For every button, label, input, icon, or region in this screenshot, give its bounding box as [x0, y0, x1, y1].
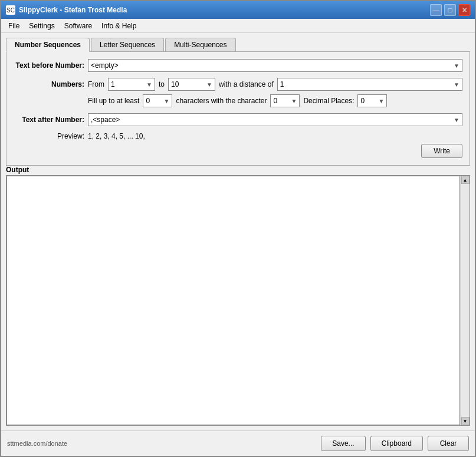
numbers-label: Numbers:	[14, 80, 84, 88]
scroll-up-button[interactable]: ▲	[461, 176, 470, 184]
fill-dropdown-icon: ▼	[163, 98, 169, 104]
tab-multi-sequences[interactable]: Multi-Sequences	[165, 38, 235, 51]
output-section: Output ▲ ▼	[6, 166, 470, 426]
tab-number-sequences[interactable]: Number Sequences	[6, 38, 90, 52]
fill-combo[interactable]: 0 ▼	[143, 94, 172, 107]
decimal-label: Decimal Places:	[303, 97, 354, 105]
decimal-combo[interactable]: 0 ▼	[357, 94, 387, 107]
text-after-combo[interactable]: ,<space> ▼	[88, 113, 462, 126]
text-after-label: Text after Number:	[14, 116, 84, 124]
text-after-dropdown-icon: ▼	[454, 117, 459, 123]
char-dropdown-icon: ▼	[291, 98, 297, 104]
text-before-number-combo[interactable]: <empty> ▼	[88, 59, 462, 72]
fill-value: 0	[146, 97, 150, 105]
text-before-label: Text before Number:	[14, 61, 84, 70]
menu-file[interactable]: File	[4, 21, 24, 31]
tab-letter-sequences[interactable]: Letter Sequences	[91, 38, 164, 51]
distance-label: with a distance of	[219, 80, 274, 88]
distance-combo[interactable]: 1 ▼	[277, 78, 462, 91]
tab-bar: Number Sequences Letter Sequences Multi-…	[1, 33, 475, 51]
char-value: 0	[273, 97, 277, 105]
output-textarea[interactable]	[6, 176, 460, 425]
preview-value: 1, 2, 3, 4, 5, ... 10,	[88, 132, 145, 140]
write-button[interactable]: Write	[421, 144, 462, 158]
bottom-buttons: Save... Clipboard Clear	[321, 436, 469, 451]
characters-label: characters with the character	[176, 97, 267, 105]
to-label: to	[159, 80, 165, 88]
bottom-bar: sttmedia.com/donate Save... Clipboard Cl…	[1, 430, 475, 456]
scrollbar[interactable]: ▲ ▼	[460, 176, 470, 425]
output-label: Output	[6, 166, 470, 174]
from-value: 1	[111, 80, 115, 88]
title-bar-left: SC SlippyClerk - Stefan Trost Media	[6, 5, 127, 15]
title-bar: SC SlippyClerk - Stefan Trost Media — □ …	[1, 1, 475, 19]
decimal-value: 0	[360, 97, 365, 105]
output-wrapper: ▲ ▼	[6, 175, 470, 426]
menu-bar: File Settings Software Info & Help	[1, 19, 475, 33]
from-label: From	[88, 80, 104, 88]
close-button[interactable]: ✕	[458, 4, 470, 16]
from-dropdown-icon: ▼	[146, 81, 152, 88]
clipboard-button[interactable]: Clipboard	[370, 436, 423, 451]
numbers-row1: Numbers: From 1 ▼ to 10 ▼ with a distanc…	[14, 78, 462, 91]
preview-row: Preview: 1, 2, 3, 4, 5, ... 10,	[14, 132, 462, 140]
save-button[interactable]: Save...	[321, 436, 365, 451]
text-before-number-value: <empty>	[91, 61, 119, 70]
decimal-dropdown-icon: ▼	[379, 98, 385, 104]
menu-settings[interactable]: Settings	[24, 21, 59, 31]
to-value: 10	[171, 80, 179, 88]
menu-info-help[interactable]: Info & Help	[97, 21, 141, 31]
char-combo[interactable]: 0 ▼	[270, 94, 300, 107]
write-btn-row: Write	[14, 144, 462, 158]
from-combo[interactable]: 1 ▼	[108, 78, 155, 91]
main-window: SC SlippyClerk - Stefan Trost Media — □ …	[0, 0, 476, 457]
title-controls: — □ ✕	[430, 4, 470, 16]
distance-value: 1	[280, 80, 284, 88]
scroll-down-button[interactable]: ▼	[461, 417, 470, 425]
minimize-button[interactable]: —	[430, 4, 442, 16]
to-dropdown-icon: ▼	[206, 81, 212, 88]
menu-software[interactable]: Software	[60, 21, 97, 31]
numbers-section: Numbers: From 1 ▼ to 10 ▼ with a distanc…	[14, 78, 462, 107]
text-after-number-row: Text after Number: ,<space> ▼	[14, 113, 462, 126]
text-before-number-row: Text before Number: <empty> ▼	[14, 59, 462, 72]
to-combo[interactable]: 10 ▼	[168, 78, 215, 91]
preview-label: Preview:	[14, 132, 84, 140]
fill-label: Fill up to at least	[88, 97, 139, 105]
clear-button[interactable]: Clear	[428, 436, 469, 451]
distance-dropdown-icon: ▼	[454, 81, 459, 88]
app-icon: SC	[6, 5, 15, 15]
maximize-button[interactable]: □	[444, 4, 456, 16]
tab-content: Text before Number: <empty> ▼ Numbers: F…	[6, 51, 470, 166]
text-before-dropdown-icon: ▼	[454, 63, 459, 69]
numbers-row2: Fill up to at least 0 ▼ characters with …	[14, 94, 462, 107]
donate-link: sttmedia.com/donate	[7, 440, 67, 447]
text-after-value: ,<space>	[91, 116, 120, 124]
window-title: SlippyClerk - Stefan Trost Media	[19, 6, 127, 14]
